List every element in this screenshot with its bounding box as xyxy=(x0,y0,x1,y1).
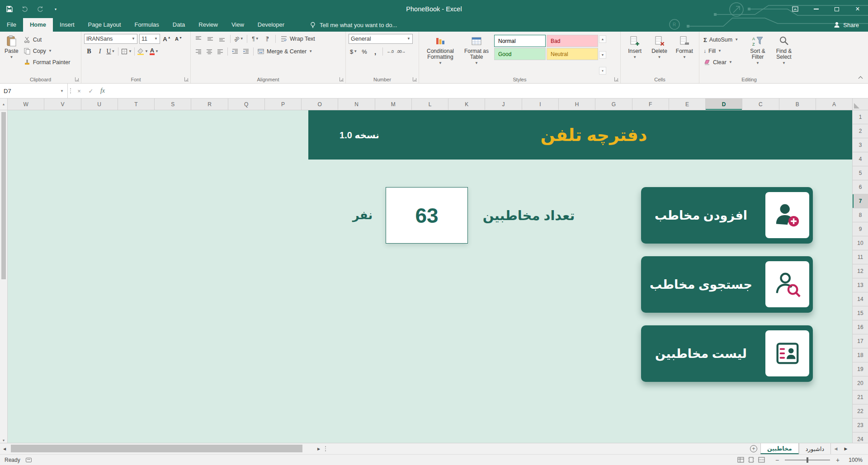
formula-bar-grip[interactable] xyxy=(68,84,73,98)
font-size-combo[interactable]: 11▼ xyxy=(139,34,160,44)
cell-style-bad[interactable]: Bad xyxy=(547,35,598,47)
delete-cells-button[interactable]: Delete ▼ xyxy=(648,34,670,75)
format-painter-button[interactable]: Format Painter xyxy=(22,57,72,67)
percent-style-button[interactable]: % xyxy=(359,47,369,56)
redo-button[interactable] xyxy=(36,5,44,13)
formula-input[interactable] xyxy=(108,84,868,98)
ribbon-tab-developer[interactable]: Developer xyxy=(251,18,291,32)
format-as-table-button[interactable]: Format as Table ▼ xyxy=(461,34,492,75)
row-header-4[interactable]: 4 xyxy=(853,152,868,166)
hscroll-left-button[interactable]: ◀ xyxy=(0,443,9,454)
row-header-20[interactable]: 20 xyxy=(853,376,868,390)
increase-font-size-button[interactable]: A▲ xyxy=(162,34,172,44)
column-header-i[interactable]: I xyxy=(522,99,558,110)
cut-button[interactable]: Cut xyxy=(22,35,72,45)
column-header-f[interactable]: F xyxy=(632,99,669,110)
vertical-scrollbar-thumb[interactable] xyxy=(1,112,6,279)
zoom-slider[interactable] xyxy=(785,460,830,460)
cell-style-good[interactable]: Good xyxy=(494,48,546,60)
horizontal-scrollbar[interactable] xyxy=(9,443,314,454)
ribbon-tab-home[interactable]: Home xyxy=(23,18,53,32)
column-header-b[interactable]: B xyxy=(779,99,816,110)
maximize-button[interactable] xyxy=(826,0,847,18)
column-header-d[interactable]: D xyxy=(705,99,742,110)
insert-cells-button[interactable]: Insert ▼ xyxy=(623,34,646,75)
zoom-out-button[interactable]: − xyxy=(774,456,780,464)
collapse-ribbon-button[interactable] xyxy=(859,75,863,80)
ribbon-tab-review[interactable]: Review xyxy=(192,18,225,32)
row-header-2[interactable]: 2 xyxy=(853,124,868,138)
ribbon-tab-data[interactable]: Data xyxy=(166,18,192,32)
column-header-q[interactable]: Q xyxy=(228,99,264,110)
vertical-scroll-down-button[interactable]: ▼ xyxy=(0,439,7,442)
row-header-13[interactable]: 13 xyxy=(853,278,868,292)
text-direction-ltr-button[interactable]: ¶ xyxy=(262,34,272,44)
row-header-17[interactable]: 17 xyxy=(853,334,868,348)
format-cells-button[interactable]: Format ▼ xyxy=(673,34,696,75)
scrollbar-resize-grip[interactable] xyxy=(323,443,328,454)
minimize-button[interactable] xyxy=(806,0,826,18)
row-header-12[interactable]: 12 xyxy=(853,264,868,278)
save-button[interactable] xyxy=(5,5,14,13)
row-header-16[interactable]: 16 xyxy=(853,320,868,334)
increase-indent-button[interactable] xyxy=(241,47,251,56)
insert-function-button[interactable]: fx xyxy=(97,84,108,98)
column-header-a[interactable]: A xyxy=(816,99,852,110)
zoom-in-button[interactable]: + xyxy=(835,456,841,464)
page-layout-view-button[interactable] xyxy=(748,457,755,463)
share-button[interactable]: Share xyxy=(829,18,863,32)
column-header-h[interactable]: H xyxy=(558,99,595,110)
sort-filter-button[interactable]: AZ Sort & Filter ▼ xyxy=(745,34,770,75)
comma-style-button[interactable]: , xyxy=(370,47,380,56)
align-top-button[interactable] xyxy=(193,34,203,44)
column-header-g[interactable]: G xyxy=(595,99,632,110)
column-header-j[interactable]: J xyxy=(485,99,521,110)
number-format-combo[interactable]: General▼ xyxy=(349,34,413,44)
column-header-m[interactable]: M xyxy=(375,99,411,110)
enter-button[interactable]: ✓ xyxy=(85,84,97,98)
column-header-u[interactable]: U xyxy=(81,99,118,110)
conditional-formatting-button[interactable]: Conditional Formatting ▼ xyxy=(422,34,459,75)
column-header-p[interactable]: P xyxy=(264,99,301,110)
sheet-nav-right-button[interactable]: ▶ xyxy=(841,443,851,454)
zoom-level[interactable]: 100% xyxy=(845,457,863,463)
tell-me-box[interactable]: Tell me what you want to do... xyxy=(309,18,397,32)
find-select-button[interactable]: Find & Select ▼ xyxy=(772,34,796,75)
name-box[interactable]: D7 ▼ xyxy=(0,84,68,98)
wrap-text-button[interactable]: Wrap Text xyxy=(279,34,316,44)
column-header-k[interactable]: K xyxy=(448,99,485,110)
row-header-22[interactable]: 22 xyxy=(853,404,868,418)
orientation-button[interactable]: ab▼ xyxy=(234,34,244,44)
align-bottom-button[interactable] xyxy=(217,34,227,44)
row-header-15[interactable]: 15 xyxy=(853,306,868,320)
text-direction-rtl-button[interactable]: ¶▼ xyxy=(250,34,260,44)
ribbon-tab-page-layout[interactable]: Page Layout xyxy=(81,18,128,32)
ribbon-display-options-button[interactable] xyxy=(785,0,806,18)
row-header-7[interactable]: 7 xyxy=(853,194,868,208)
ribbon-tab-formulas[interactable]: Formulas xyxy=(128,18,166,32)
row-header-14[interactable]: 14 xyxy=(853,292,868,306)
align-right-button[interactable] xyxy=(193,47,203,56)
page-break-view-button[interactable] xyxy=(758,457,765,463)
customize-qat-button[interactable]: ▾ xyxy=(52,5,60,13)
column-header-e[interactable]: E xyxy=(669,99,705,110)
undo-button[interactable] xyxy=(21,5,29,13)
align-center-button[interactable] xyxy=(204,47,214,56)
decrease-decimal-button[interactable]: .00→ xyxy=(396,47,406,56)
column-header-s[interactable]: S xyxy=(154,99,191,110)
align-middle-button[interactable] xyxy=(205,34,215,44)
contact-list-button[interactable]: لیست مخاطبین xyxy=(641,325,813,382)
autosum-button[interactable]: Σ AutoSum ▼ xyxy=(702,35,744,45)
column-header-n[interactable]: N xyxy=(338,99,374,110)
font-family-combo[interactable]: IRANSans▼ xyxy=(84,34,137,44)
row-header-19[interactable]: 19 xyxy=(853,362,868,376)
column-header-t[interactable]: T xyxy=(118,99,154,110)
close-button[interactable]: × xyxy=(847,0,868,18)
select-all-corner[interactable] xyxy=(852,99,868,110)
search-contact-button[interactable]: جستجوی مخاطب xyxy=(641,256,813,313)
paste-button[interactable]: Paste ▼ xyxy=(3,34,20,75)
align-left-button[interactable] xyxy=(215,47,225,56)
clear-button[interactable]: Clear ▼ xyxy=(702,57,744,67)
font-color-button[interactable]: A▼ xyxy=(149,47,159,56)
row-header-11[interactable]: 11 xyxy=(853,250,868,264)
